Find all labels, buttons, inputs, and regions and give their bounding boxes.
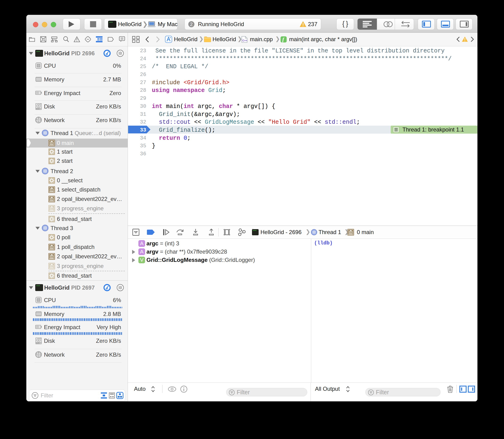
svg-text:C++: C++	[242, 39, 247, 42]
